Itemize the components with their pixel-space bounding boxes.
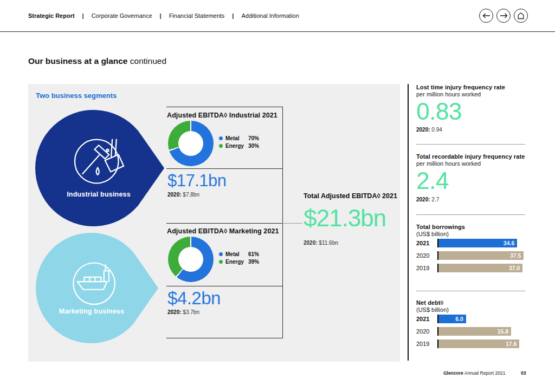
borrowings-subtitle: (US$ billion) xyxy=(416,231,449,237)
industrial-donut-chart xyxy=(168,121,214,166)
nav-separator: | xyxy=(82,12,84,19)
industrial-prior-value: 2020: $7.8bn xyxy=(167,192,199,198)
ltifr-subtitle: per million hours worked xyxy=(416,91,481,97)
footer-report-name: Glencore Annual Report 2021 xyxy=(443,370,505,376)
prior-year-value: 0.94 xyxy=(431,127,442,133)
legend-label: Energy xyxy=(225,143,248,149)
prior-year-value: $3.7bn xyxy=(183,309,199,315)
marketing-legend: Metal 61% Energy 39% xyxy=(219,250,259,265)
total-ebitda-title: Total Adjusted EBITDA◊ 2021 xyxy=(304,192,397,200)
net-debt-title: Net debt◊ xyxy=(416,299,443,306)
industrial-pin-fill xyxy=(35,110,164,226)
divider xyxy=(416,214,525,215)
prior-year-value: $7.8bn xyxy=(183,192,199,198)
bar-value-label: 17.6 xyxy=(506,341,519,347)
bar-value-label: 34.6 xyxy=(504,240,517,246)
prior-year-label: 2020: xyxy=(167,309,182,315)
marketing-donut-chart xyxy=(168,237,214,282)
ebitda-column: Adjusted EBITDA◊ Industrial 2021 Metal 7… xyxy=(166,107,283,338)
tab-strategic-report[interactable]: Strategic Report xyxy=(28,12,75,19)
home-icon xyxy=(517,12,525,19)
prior-year-value: $11.6bn xyxy=(319,240,338,246)
trifr-title: Total recordable injury frequency rate xyxy=(416,153,525,160)
legend-row-metal: Metal 61% xyxy=(219,250,259,258)
bar-year-label: 2021 xyxy=(416,240,437,246)
net-debt-bar-chart: 2021 6.0 2020 15.8 2019 17.6 xyxy=(416,315,542,352)
ltifr-value: 0.83 xyxy=(416,100,462,123)
legend-label: Energy xyxy=(225,259,248,265)
marketing-ebitda-value: $4.2bn xyxy=(167,288,221,309)
home-button[interactable] xyxy=(514,9,528,23)
marketing-pin-shape xyxy=(36,232,159,344)
bar-value-label: 15.8 xyxy=(498,328,511,335)
prior-year-label: 2020: xyxy=(167,192,182,198)
trifr-subtitle: per million hours worked xyxy=(416,160,481,167)
bar-row-2019: 2019 37.0 xyxy=(416,264,542,272)
legend-value: 30% xyxy=(248,143,259,149)
bar-2019: 37.0 xyxy=(438,264,522,272)
trifr-prior: 2020: 2.7 xyxy=(416,197,439,202)
legend-value: 61% xyxy=(248,251,259,257)
nav-separator: | xyxy=(232,12,234,19)
segment-label-industrial: Industrial business xyxy=(50,191,147,198)
divider xyxy=(166,223,282,224)
marketing-pin-fill xyxy=(36,233,158,343)
prior-year-label: 2020: xyxy=(416,127,430,133)
footer-brand: Glencore xyxy=(443,370,463,376)
segment-label-marketing: Marketing business xyxy=(46,308,138,315)
legend-row-energy: Energy 30% xyxy=(219,142,259,149)
borrowings-title: Total borrowings xyxy=(416,224,465,230)
energy-dot-icon xyxy=(219,260,223,264)
industrial-ebitda-title: Adjusted EBITDA◊ Industrial 2021 xyxy=(167,112,278,119)
panel-title: Two business segments xyxy=(36,92,117,100)
industrial-ebitda-value: $17.1bn xyxy=(167,171,227,191)
business-segments-panel: Two business segments Industrial busines… xyxy=(28,84,400,362)
divider xyxy=(416,144,525,145)
page-title-continued: continued xyxy=(130,56,166,66)
tab-corporate-governance[interactable]: Corporate Governance xyxy=(92,12,152,19)
total-ebitda-value: $21.3bn xyxy=(304,205,386,232)
marketing-ebitda-title: Adjusted EBITDA◊ Marketing 2021 xyxy=(167,227,279,235)
page-title: Our business at a glance continued xyxy=(28,56,166,66)
industrial-legend: Metal 70% Energy 30% xyxy=(219,134,259,149)
top-nav: Strategic Report | Corporate Governance … xyxy=(0,0,555,32)
bar-2019: 17.6 xyxy=(438,339,519,348)
metal-dot-icon xyxy=(219,136,223,140)
bar-value-label: 37.0 xyxy=(509,265,522,271)
prior-year-value: 2.7 xyxy=(431,197,439,202)
vertical-divider xyxy=(408,84,409,361)
back-button[interactable] xyxy=(479,9,493,23)
divider xyxy=(166,168,282,169)
bar-row-2021: 2021 6.0 xyxy=(416,315,542,323)
total-prior-value: 2020: $11.6bn xyxy=(304,240,338,246)
bar-value-label: 6.0 xyxy=(455,316,466,322)
prior-year-label: 2020: xyxy=(416,197,430,202)
legend-row-energy: Energy 39% xyxy=(219,258,259,265)
bar-2021: 34.6 xyxy=(438,239,517,247)
bar-2021: 6.0 xyxy=(438,315,466,323)
tab-financial-statements[interactable]: Financial Statements xyxy=(169,12,225,19)
nav-separator: | xyxy=(160,12,162,19)
industrial-pin-shape xyxy=(35,109,165,227)
nav-controls xyxy=(479,0,528,31)
bar-row-2021: 2021 34.6 xyxy=(416,239,542,247)
tab-additional-information[interactable]: Additional Information xyxy=(241,12,299,19)
bar-year-label: 2021 xyxy=(416,316,437,322)
legend-value: 70% xyxy=(248,135,259,141)
key-stats-sidebar: Lost time injury frequency rate per mill… xyxy=(416,81,542,368)
ltifr-title: Lost time injury frequency rate xyxy=(416,84,505,90)
bar-year-label: 2019 xyxy=(416,265,437,271)
legend-value: 39% xyxy=(248,259,259,265)
nav-tabs: Strategic Report | Corporate Governance … xyxy=(28,0,299,31)
metal-dot-icon xyxy=(219,252,223,256)
bar-row-2019: 2019 17.6 xyxy=(416,339,542,348)
bar-year-label: 2020 xyxy=(416,252,437,259)
connector-line xyxy=(282,223,302,224)
ltifr-prior: 2020: 0.94 xyxy=(416,127,442,133)
footer-page-number: 03 xyxy=(521,370,526,376)
forward-button[interactable] xyxy=(496,9,511,23)
divider xyxy=(416,291,525,291)
footer-report-title: Annual Report 2021 xyxy=(463,370,506,376)
bar-year-label: 2020 xyxy=(416,328,437,335)
divider xyxy=(166,286,282,286)
